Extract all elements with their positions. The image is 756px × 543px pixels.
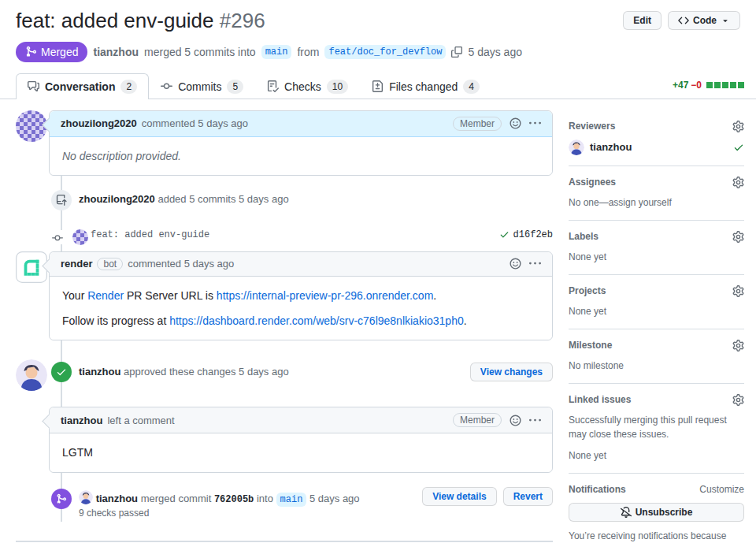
comment-timestamp: commented 5 days ago — [128, 258, 234, 270]
sidebar-projects: Projects None yet — [569, 275, 744, 329]
tab-count: 4 — [463, 80, 480, 94]
merge-action-text: merged 5 commits into — [144, 46, 256, 58]
tab-commits[interactable]: Commits5 — [149, 73, 255, 99]
code-button[interactable]: Code — [668, 11, 740, 30]
kebab-menu-icon[interactable] — [529, 117, 541, 129]
pr-page: feat: added env-guide #296 Edit Code Mer… — [0, 0, 756, 543]
tab-count: 5 — [227, 80, 243, 94]
gear-icon[interactable] — [732, 394, 744, 406]
tab-checks[interactable]: Checks10 — [255, 73, 360, 99]
gear-icon[interactable] — [732, 340, 744, 351]
dashboard-url-link[interactable]: https://dashboard.render.com/web/srv-c76… — [169, 314, 464, 327]
tab-count: 2 — [120, 80, 137, 94]
comment-timestamp: left a comment — [107, 415, 174, 426]
timeline-divider — [16, 541, 553, 542]
event-author-link[interactable]: tianzhou — [96, 493, 138, 504]
merge-event-time: 5 days ago — [309, 493, 360, 504]
preview-url-link[interactable]: https://internal-preview-pr-296.onrender… — [217, 289, 433, 302]
customize-link[interactable]: Customize — [699, 484, 744, 495]
avatar-tianzhou[interactable] — [79, 490, 93, 504]
pr-meta: Merged tianzhou merged 5 commits into ma… — [16, 42, 610, 62]
pr-sidebar: Reviewers tianzhou Assignees No one—assi… — [569, 110, 744, 543]
review-comment: tianzhou left a comment Member LGTM — [16, 407, 553, 472]
copy-icon[interactable] — [451, 46, 462, 58]
review-approved-event: tianzhou approved these changes 5 days a… — [16, 359, 553, 391]
view-details-button[interactable]: View details — [422, 487, 496, 506]
repo-push-icon — [51, 190, 72, 210]
git-commit-icon — [52, 230, 63, 244]
sidebar-reviewers: Reviewers tianzhou — [569, 110, 744, 166]
milestone-empty-text: No milestone — [569, 359, 744, 373]
revert-button[interactable]: Revert — [503, 487, 553, 506]
avatar-zhouzilong2020[interactable] — [72, 229, 88, 245]
comment-author-link[interactable]: render — [61, 258, 92, 270]
commit-message-link[interactable]: feat: added env-guide — [91, 229, 209, 240]
view-changes-button[interactable]: View changes — [470, 363, 553, 381]
gear-icon[interactable] — [732, 285, 744, 297]
event-text: added 5 commits 5 days ago — [158, 193, 288, 205]
git-commit-icon — [161, 80, 172, 92]
tab-count: 10 — [327, 80, 348, 94]
approved-check-icon — [733, 142, 744, 153]
gear-icon[interactable] — [732, 231, 744, 243]
commits-added-event: zhouzilong2020 added 5 commits 5 days ag… — [16, 192, 553, 214]
event-text: approved these changes 5 days ago — [124, 366, 289, 377]
bot-badge: bot — [97, 258, 123, 270]
projects-empty-text: None yet — [569, 304, 744, 318]
tab-conversation[interactable]: Conversation2 — [16, 73, 149, 99]
avatar-tianzhou[interactable] — [16, 359, 47, 391]
chevron-down-icon — [721, 16, 730, 25]
checks-passed-link[interactable]: 9 checks passed — [79, 508, 553, 519]
base-branch-label[interactable]: main — [261, 45, 292, 59]
render-comment-body: Your Render PR Server URL is https://int… — [50, 277, 552, 340]
merged-status-badge: Merged — [16, 42, 87, 62]
member-badge: Member — [453, 117, 502, 131]
merge-time: 5 days ago — [468, 46, 522, 58]
assignees-empty-text[interactable]: No one—assign yourself — [569, 195, 744, 210]
notifications-desc: You’re receiving notifications because y… — [569, 529, 744, 543]
emoji-reaction-icon[interactable] — [510, 258, 521, 270]
comment-author-link[interactable]: zhouzilong2020 — [61, 117, 137, 129]
approved-check-icon — [51, 362, 72, 382]
event-author-link[interactable]: zhouzilong2020 — [79, 193, 155, 205]
sidebar-labels: Labels None yet — [569, 221, 744, 275]
git-merge-icon — [25, 46, 37, 58]
reviewer-row: tianzhou — [569, 139, 744, 155]
head-branch-label[interactable]: feat/doc_for_devflow — [324, 45, 446, 59]
comment-body-text: No description provided. — [62, 150, 181, 162]
commit-sha-link[interactable]: d16f2eb — [513, 229, 553, 240]
kebab-menu-icon[interactable] — [529, 415, 541, 426]
event-author-link[interactable]: tianzhou — [79, 366, 120, 377]
gear-icon[interactable] — [732, 177, 744, 188]
bell-slash-icon — [621, 507, 632, 518]
kebab-menu-icon[interactable] — [529, 258, 541, 270]
comment-body-text: LGTM — [62, 446, 93, 459]
merge-event-icon — [51, 489, 72, 509]
edit-button[interactable]: Edit — [623, 11, 662, 30]
gear-icon[interactable] — [732, 121, 744, 132]
comment-author-link[interactable]: tianzhou — [61, 415, 102, 426]
conversation-timeline: zhouzilong2020 commented 5 days ago Memb… — [16, 110, 553, 543]
comment-zhouzilong: zhouzilong2020 commented 5 days ago Memb… — [16, 110, 553, 176]
linked-issues-desc: Successfully merging this pull request m… — [569, 413, 744, 441]
tab-files-changed[interactable]: Files changed4 — [360, 73, 491, 99]
emoji-reaction-icon[interactable] — [510, 117, 521, 129]
diff-blocks — [706, 82, 744, 88]
unsubscribe-button[interactable]: Unsubscribe — [569, 503, 744, 522]
from-text: from — [297, 46, 319, 58]
labels-empty-text: None yet — [569, 250, 744, 264]
base-branch-label[interactable]: main — [276, 493, 307, 507]
pr-author-link[interactable]: tianzhou — [93, 46, 139, 58]
emoji-reaction-icon[interactable] — [510, 415, 521, 426]
reviewer-name-link[interactable]: tianzhou — [590, 141, 632, 153]
diff-stat[interactable]: +47 −0 — [673, 80, 744, 91]
commit-row: feat: added env-guide d16f2eb — [16, 229, 553, 240]
sidebar-milestone: Milestone No milestone — [569, 329, 744, 384]
member-badge: Member — [453, 413, 502, 427]
merged-commit-sha[interactable]: 762005b — [214, 494, 254, 505]
avatar-tianzhou[interactable] — [569, 139, 584, 155]
render-link[interactable]: Render — [87, 289, 124, 302]
sidebar-notifications: NotificationsCustomize Unsubscribe You’r… — [569, 474, 744, 543]
pr-title-text: feat: added env-guide — [16, 9, 214, 32]
comment-render-bot: render bot commented 5 days ago Your Ren… — [16, 251, 553, 341]
